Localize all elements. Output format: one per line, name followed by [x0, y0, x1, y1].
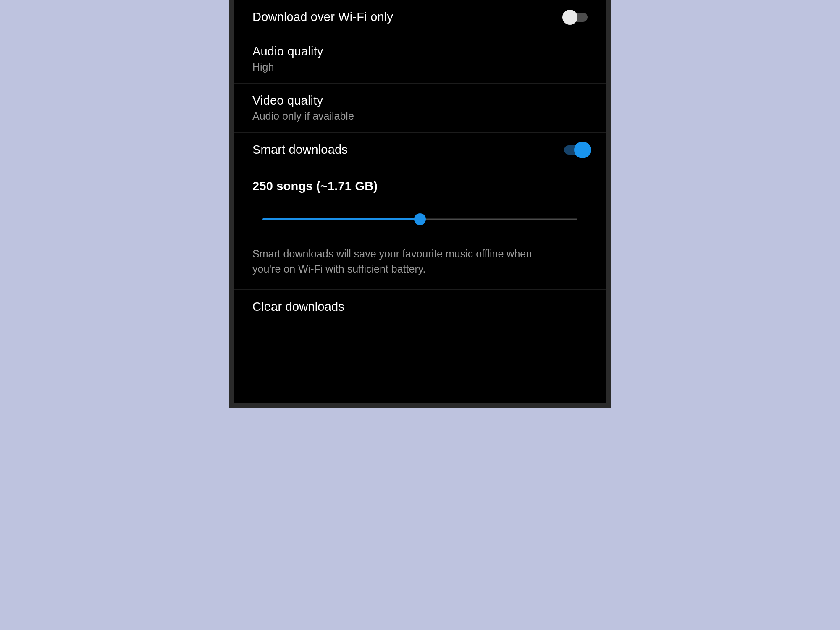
- toggle-knob: [574, 142, 591, 158]
- smart-downloads-label: Smart downloads: [252, 143, 348, 157]
- row-audio-quality[interactable]: Audio quality High: [234, 34, 606, 84]
- video-quality-value: Audio only if available: [252, 110, 354, 122]
- slider-thumb[interactable]: [414, 213, 426, 225]
- audio-quality-label: Audio quality: [252, 45, 323, 58]
- row-clear-downloads[interactable]: Clear downloads: [234, 290, 606, 324]
- smart-downloads-header[interactable]: Smart downloads: [252, 143, 588, 157]
- smart-downloads-description: Smart downloads will save your favourite…: [252, 246, 555, 277]
- row-wifi-only[interactable]: Download over Wi-Fi only: [234, 0, 606, 34]
- smart-downloads-toggle[interactable]: [564, 145, 588, 155]
- video-quality-label: Video quality: [252, 94, 354, 108]
- row-smart-downloads: Smart downloads 250 songs (~1.71 GB) Sma…: [234, 133, 606, 290]
- device-frame: Download over Wi-Fi only Audio quality H…: [229, 0, 611, 408]
- clear-downloads-label: Clear downloads: [252, 300, 344, 314]
- smart-downloads-slider[interactable]: [262, 212, 578, 227]
- wifi-only-toggle[interactable]: [564, 13, 588, 22]
- settings-screen: Download over Wi-Fi only Audio quality H…: [234, 0, 606, 403]
- slider-track-fill: [262, 218, 420, 220]
- smart-downloads-songs-label: 250 songs (~1.71 GB): [252, 179, 588, 193]
- audio-quality-value: High: [252, 61, 323, 73]
- wifi-only-label: Download over Wi-Fi only: [252, 10, 393, 24]
- row-video-quality[interactable]: Video quality Audio only if available: [234, 84, 606, 133]
- toggle-knob: [562, 10, 578, 25]
